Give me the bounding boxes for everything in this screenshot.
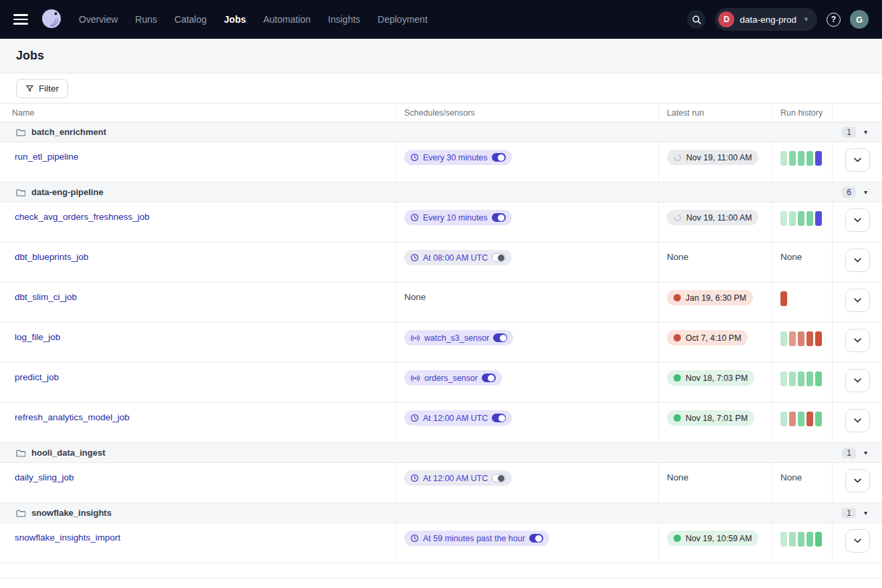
collapse-caret-icon[interactable]: ▾: [864, 128, 867, 136]
latest-run-chip[interactable]: Nov 18, 7:03 PM: [667, 370, 754, 386]
nav-item-insights[interactable]: Insights: [328, 14, 360, 25]
filter-bar: Filter: [0, 74, 882, 103]
group-row-data-eng-pipeline[interactable]: data-eng-pipeline 6 ▾: [0, 182, 882, 202]
filter-label: Filter: [39, 84, 59, 94]
run-history-bars[interactable]: [780, 410, 824, 426]
expand-row-button[interactable]: [845, 249, 870, 272]
top-nav: Overview Runs Catalog Jobs Automation In…: [0, 0, 882, 39]
job-link[interactable]: check_avg_orders_freshness_job: [15, 212, 150, 222]
nav-item-catalog[interactable]: Catalog: [174, 14, 206, 25]
job-link[interactable]: dbt_blueprints_job: [15, 252, 88, 262]
filter-icon: [25, 84, 34, 93]
page-title: Jobs: [16, 49, 44, 63]
job-link[interactable]: daily_sling_job: [15, 472, 74, 482]
expand-row-button[interactable]: [845, 148, 870, 172]
collapse-caret-icon[interactable]: ▾: [864, 188, 867, 196]
schedule-chip[interactable]: At 12:00 AM UTC: [404, 470, 512, 486]
job-row-predict: predict_job orders_sensor Nov 18, 7:03 P…: [0, 363, 882, 403]
nav-item-runs[interactable]: Runs: [135, 14, 157, 25]
schedule-toggle[interactable]: [492, 213, 506, 222]
schedule-toggle[interactable]: [492, 253, 506, 262]
latest-run-none: None: [667, 470, 688, 482]
job-link[interactable]: refresh_analytics_model_job: [15, 412, 130, 422]
nav-item-automation[interactable]: Automation: [263, 14, 311, 25]
latest-run-none: None: [667, 250, 688, 262]
latest-run-chip[interactable]: Jan 19, 6:30 PM: [667, 290, 753, 305]
expand-row-button[interactable]: [845, 208, 870, 232]
sensor-toggle[interactable]: [482, 374, 496, 382]
job-link[interactable]: log_file_job: [15, 332, 60, 342]
schedule-chip[interactable]: At 59 minutes past the hour: [404, 531, 549, 546]
sensor-icon: [410, 334, 420, 342]
expand-row-button[interactable]: [845, 369, 870, 392]
nav-item-deployment[interactable]: Deployment: [378, 14, 428, 25]
column-header-schedules: Schedules/sensors: [396, 104, 658, 122]
job-link[interactable]: dbt_slim_ci_job: [15, 292, 77, 302]
collapse-caret-icon[interactable]: ▾: [864, 449, 867, 456]
group-name: snowflake_insights: [31, 508, 112, 518]
expand-row-button[interactable]: [845, 289, 870, 312]
job-row-check-avg-orders-freshness: check_avg_orders_freshness_job Every 10 …: [0, 202, 882, 243]
schedule-chip[interactable]: Every 10 minutes: [404, 210, 512, 225]
failure-dot-icon: [674, 334, 681, 341]
nav-item-jobs[interactable]: Jobs: [224, 14, 246, 25]
group-name: batch_enrichment: [31, 127, 106, 137]
expand-row-button[interactable]: [845, 409, 870, 432]
latest-run-chip[interactable]: Oct 7, 4:10 PM: [667, 330, 748, 345]
group-row-hooli-data-ingest[interactable]: hooli_data_ingest 1 ▾: [0, 443, 882, 463]
group-count-badge: 6: [842, 187, 856, 198]
table-header: Name Schedules/sensors Latest run Run hi…: [0, 103, 882, 122]
menu-icon[interactable]: [13, 14, 28, 25]
avatar[interactable]: G: [850, 10, 869, 29]
latest-run-chip[interactable]: Nov 19, 11:00 AM: [667, 210, 758, 225]
expand-row-button[interactable]: [845, 329, 870, 352]
job-link[interactable]: predict_job: [15, 372, 59, 382]
sensor-icon: [410, 374, 420, 382]
deployment-switcher[interactable]: D data-eng-prod ▼: [715, 8, 817, 31]
column-header-name: Name: [0, 104, 396, 122]
group-row-snowflake-insights[interactable]: snowflake_insights 1 ▾: [0, 503, 882, 523]
page-header: Jobs: [0, 39, 882, 74]
latest-run-chip[interactable]: Nov 19, 10:59 AM: [667, 531, 758, 546]
sensor-chip[interactable]: watch_s3_sensor: [404, 330, 513, 345]
run-history-bars[interactable]: [780, 210, 824, 226]
expand-row-button[interactable]: [845, 469, 870, 492]
job-row-refresh-analytics-model: refresh_analytics_model_job At 12:00 AM …: [0, 403, 882, 443]
run-history-bars[interactable]: [780, 370, 824, 386]
clock-icon: [410, 153, 419, 162]
nav-items: Overview Runs Catalog Jobs Automation In…: [79, 14, 428, 25]
help-button[interactable]: ?: [827, 13, 841, 27]
jobs-table: Name Schedules/sensors Latest run Run hi…: [0, 103, 882, 579]
group-name: data-eng-pipeline: [31, 187, 104, 197]
job-row-daily-sling: daily_sling_job At 12:00 AM UTC None Non…: [0, 463, 882, 503]
schedule-chip[interactable]: At 08:00 AM UTC: [404, 250, 512, 265]
schedule-toggle[interactable]: [492, 474, 506, 482]
job-link[interactable]: run_etl_pipeline: [15, 152, 78, 162]
job-row-dbt-slim-ci: dbt_slim_ci_job None Jan 19, 6:30 PM: [0, 283, 882, 323]
sensor-toggle[interactable]: [493, 333, 507, 342]
schedule-toggle[interactable]: [492, 414, 506, 422]
job-link[interactable]: snowflake_insights_import: [15, 533, 120, 543]
nav-item-overview[interactable]: Overview: [79, 14, 118, 25]
run-history-bars[interactable]: [780, 150, 824, 166]
group-count-badge: 1: [842, 508, 856, 519]
collapse-caret-icon[interactable]: ▾: [864, 509, 867, 517]
bottom-divider: [0, 578, 882, 579]
schedule-toggle[interactable]: [529, 534, 543, 543]
schedule-toggle[interactable]: [492, 153, 506, 162]
expand-row-button[interactable]: [845, 529, 870, 553]
schedule-chip[interactable]: At 12:00 AM UTC: [404, 410, 512, 426]
latest-run-chip[interactable]: Nov 18, 7:01 PM: [667, 410, 754, 426]
filter-button[interactable]: Filter: [16, 79, 68, 98]
failure-dot-icon: [674, 294, 681, 301]
latest-run-chip[interactable]: Nov 19, 11:00 AM: [667, 150, 758, 165]
dagster-logo-icon[interactable]: [39, 7, 64, 32]
run-history-bars[interactable]: [780, 290, 824, 306]
schedule-chip[interactable]: Every 30 minutes: [404, 150, 512, 165]
group-count-badge: 1: [842, 448, 856, 458]
run-history-bars[interactable]: [780, 531, 824, 547]
run-history-bars[interactable]: [780, 330, 824, 346]
sensor-chip[interactable]: orders_sensor: [404, 370, 502, 386]
search-button[interactable]: [687, 10, 706, 29]
group-row-batch-enrichment[interactable]: batch_enrichment 1 ▾: [0, 122, 882, 142]
